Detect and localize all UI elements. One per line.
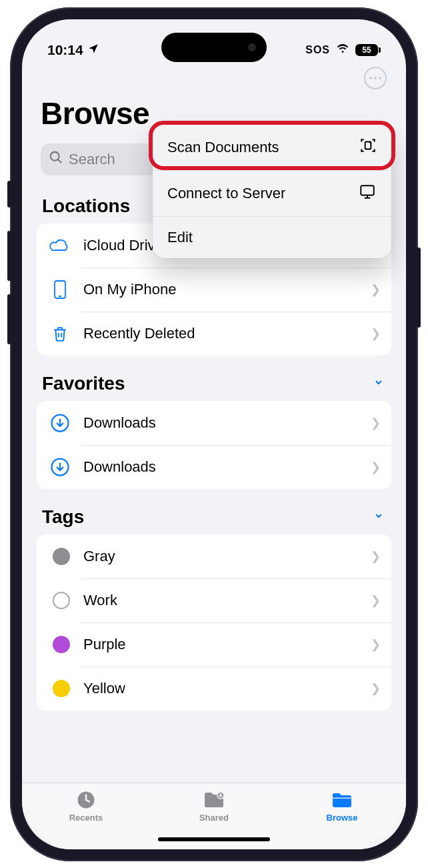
section-title[interactable]: Locations bbox=[42, 195, 130, 217]
sos-indicator: SOS bbox=[305, 44, 330, 56]
actions-popover: Scan Documents Connect to Server Edit bbox=[153, 125, 391, 258]
section-tags: Tags Gray ❯ Work ❯ bbox=[22, 506, 406, 711]
battery-indicator: 55 bbox=[355, 44, 381, 56]
clock: 10:14 bbox=[47, 42, 83, 58]
favorite-downloads[interactable]: Downloads ❯ bbox=[37, 401, 391, 445]
tag-work[interactable]: Work ❯ bbox=[37, 578, 391, 622]
iphone-icon bbox=[49, 278, 71, 301]
tag-color-dot bbox=[53, 592, 70, 609]
svg-point-1 bbox=[369, 77, 372, 79]
menu-item-scan-documents[interactable]: Scan Documents bbox=[153, 125, 391, 171]
chevron-right-icon: ❯ bbox=[371, 326, 381, 341]
svg-point-16 bbox=[220, 793, 222, 795]
tab-label: Shared bbox=[199, 813, 229, 823]
download-circle-icon bbox=[49, 412, 71, 434]
section-favorites: Favorites Downloads ❯ bbox=[22, 373, 406, 489]
clock-icon bbox=[75, 790, 97, 810]
svg-point-3 bbox=[379, 77, 381, 79]
chevron-down-icon[interactable] bbox=[371, 377, 386, 390]
list-item-label: Downloads bbox=[83, 414, 359, 432]
menu-item-label: Edit bbox=[167, 229, 193, 246]
list-item-label: Downloads bbox=[83, 458, 359, 476]
chevron-right-icon: ❯ bbox=[371, 282, 381, 297]
list-item-label: Gray bbox=[83, 548, 359, 565]
tag-color-dot bbox=[53, 680, 70, 697]
menu-item-label: Connect to Server bbox=[167, 185, 285, 202]
tag-yellow[interactable]: Yellow ❯ bbox=[37, 667, 391, 711]
tag-purple[interactable]: Purple ❯ bbox=[37, 622, 391, 667]
cloud-icon bbox=[49, 234, 71, 257]
tab-label: Recents bbox=[69, 813, 103, 823]
location-arrow-icon bbox=[87, 42, 99, 58]
tag-color-dot bbox=[53, 548, 70, 565]
folder-person-icon bbox=[203, 790, 225, 810]
list-item-label: On My iPhone bbox=[83, 281, 359, 298]
tag-gray[interactable]: Gray ❯ bbox=[37, 534, 391, 578]
menu-item-connect-server[interactable]: Connect to Server bbox=[153, 171, 391, 217]
svg-rect-17 bbox=[333, 797, 351, 799]
chevron-right-icon: ❯ bbox=[371, 416, 381, 430]
display-icon bbox=[358, 183, 377, 204]
list-item-label: Work bbox=[83, 592, 359, 609]
chevron-right-icon: ❯ bbox=[371, 549, 381, 564]
menu-item-edit[interactable]: Edit bbox=[153, 217, 391, 258]
svg-line-5 bbox=[58, 159, 62, 163]
dynamic-island bbox=[161, 33, 267, 62]
list-item-label: Yellow bbox=[83, 680, 359, 697]
svg-point-2 bbox=[374, 77, 377, 79]
list-item-label: Purple bbox=[83, 636, 359, 653]
home-indicator[interactable] bbox=[158, 837, 270, 841]
chevron-right-icon: ❯ bbox=[371, 593, 381, 608]
section-title[interactable]: Tags bbox=[42, 506, 84, 528]
tab-shared[interactable]: Shared bbox=[174, 790, 254, 823]
svg-point-4 bbox=[51, 151, 59, 160]
tag-color-dot bbox=[53, 636, 70, 653]
favorite-downloads[interactable]: Downloads ❯ bbox=[37, 445, 391, 489]
scan-document-icon bbox=[359, 137, 377, 158]
chevron-down-icon[interactable] bbox=[371, 510, 386, 524]
menu-item-label: Scan Documents bbox=[167, 139, 279, 156]
section-title[interactable]: Favorites bbox=[42, 373, 125, 394]
chevron-right-icon: ❯ bbox=[371, 681, 381, 696]
search-placeholder: Search bbox=[69, 151, 115, 168]
download-circle-icon bbox=[49, 456, 71, 478]
wifi-icon bbox=[335, 42, 350, 58]
location-recently-deleted[interactable]: Recently Deleted ❯ bbox=[37, 312, 391, 356]
tab-label: Browse bbox=[327, 813, 358, 823]
location-on-my-iphone[interactable]: On My iPhone ❯ bbox=[37, 268, 391, 312]
search-icon bbox=[49, 150, 63, 169]
tab-browse[interactable]: Browse bbox=[302, 790, 382, 823]
svg-rect-7 bbox=[361, 185, 374, 195]
trash-icon bbox=[49, 322, 71, 345]
folder-icon bbox=[331, 790, 353, 810]
chevron-right-icon: ❯ bbox=[371, 460, 381, 474]
more-options-button[interactable] bbox=[362, 65, 389, 91]
tab-recents[interactable]: Recents bbox=[46, 790, 126, 823]
chevron-right-icon: ❯ bbox=[371, 637, 381, 652]
list-item-label: Recently Deleted bbox=[83, 325, 359, 342]
